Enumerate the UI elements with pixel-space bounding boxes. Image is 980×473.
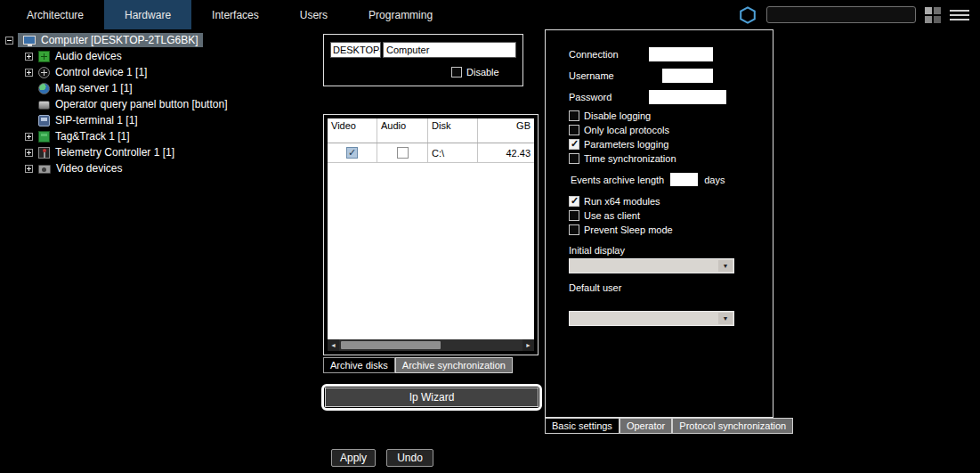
sip-terminal-icon <box>38 115 50 126</box>
time-synchronization-checkbox[interactable] <box>569 153 579 164</box>
computer-id-field[interactable]: DESKTOP-2TLG6BK <box>330 42 381 58</box>
gb-cell: 42.43 <box>478 143 534 162</box>
tree-item-label: Computer [DESKTOP-2TLG6BK] <box>39 33 200 47</box>
password-input[interactable] <box>649 90 726 104</box>
only-local-protocols-checkbox[interactable] <box>569 125 579 135</box>
tree-item-telemetry-controller[interactable]: Telemetry Controller 1 [1] <box>0 144 320 160</box>
scrollbar-thumb[interactable] <box>341 341 441 349</box>
use-as-client-row[interactable]: Use as client <box>569 210 673 221</box>
layout-grid-icon[interactable] <box>925 7 941 23</box>
expand-plus-icon[interactable] <box>25 133 33 141</box>
tab-programming[interactable]: Programming <box>348 0 453 29</box>
audio-cell <box>377 143 428 162</box>
tree-item-control-device[interactable]: Control device 1 [1] <box>0 64 320 80</box>
run-x64-modules-checkbox[interactable] <box>569 196 579 207</box>
parameters-logging-checkbox[interactable] <box>569 139 579 150</box>
use-as-client-checkbox[interactable] <box>569 210 579 221</box>
tab-archive-synchronization[interactable]: Archive synchronization <box>395 357 513 373</box>
events-archive-row: Events archive length days <box>571 173 725 186</box>
chevron-down-icon[interactable]: ▼ <box>718 313 733 324</box>
events-archive-length-label: Events archive length <box>571 175 664 185</box>
disable-logging-row[interactable]: Disable logging <box>569 110 676 121</box>
prevent-sleep-mode-checkbox[interactable] <box>569 224 579 235</box>
prevent-sleep-mode-row[interactable]: Prevent Sleep mode <box>569 224 673 235</box>
tab-operator[interactable]: Operator <box>620 418 672 434</box>
connection-input[interactable] <box>649 47 713 61</box>
archive-disks-panel: Video Audio Disk GB C:\ 42.43 ◄ ► <box>323 114 539 355</box>
checkbox-label: Parameters logging <box>584 139 668 150</box>
tab-interfaces[interactable]: Interfaces <box>191 0 279 29</box>
tab-basic-settings[interactable]: Basic settings <box>545 418 620 434</box>
expand-plus-icon[interactable] <box>25 69 33 77</box>
tree-item-label: Video devices <box>54 161 125 175</box>
control-device-icon <box>38 67 50 78</box>
disk-cell: C:\ <box>428 143 478 162</box>
archive-tab-bar: Archive disks Archive synchronization <box>323 357 513 373</box>
only-local-protocols-row[interactable]: Only local protocols <box>569 125 676 135</box>
tab-archive-disks[interactable]: Archive disks <box>323 357 395 373</box>
hamburger-menu-icon[interactable] <box>950 10 969 20</box>
column-header-gb[interactable]: GB <box>478 118 534 143</box>
initial-display-label: Initial display <box>569 245 625 256</box>
operator-query-panel-icon <box>38 101 50 110</box>
search-input[interactable] <box>766 6 916 23</box>
horizontal-scrollbar[interactable]: ◄ ► <box>328 339 534 351</box>
scroll-left-arrow-icon[interactable]: ◄ <box>328 339 339 351</box>
tree-item-map-server[interactable]: Map server 1 [1] <box>0 80 320 96</box>
tab-protocol-synchronization[interactable]: Protocol synchronization <box>672 418 793 434</box>
video-checkbox[interactable] <box>346 147 358 159</box>
tree-item-operator-query-panel[interactable]: Operator query panel button [button] <box>0 96 320 112</box>
scroll-right-arrow-icon[interactable]: ► <box>522 339 534 351</box>
application-window: Architecture Hardware Interfaces Users P… <box>0 0 980 473</box>
disable-checkbox[interactable] <box>451 67 462 77</box>
disable-checkbox-row[interactable]: Disable <box>451 67 499 77</box>
tree-item-sip-terminal[interactable]: SIP-terminal 1 [1] <box>0 112 320 128</box>
time-synchronization-row[interactable]: Time synchronization <box>569 153 676 164</box>
checkbox-label: Use as client <box>584 210 640 221</box>
undo-button[interactable]: Undo <box>386 449 433 467</box>
tree-item-label: SIP-terminal 1 [1] <box>53 113 140 127</box>
object-tree: Computer [DESKTOP-2TLG6BK] Audio devices… <box>0 32 320 473</box>
initial-display-dropdown[interactable]: ▼ <box>569 258 734 273</box>
tree-item-computer[interactable]: Computer [DESKTOP-2TLG6BK] <box>0 32 320 48</box>
apply-button[interactable]: Apply <box>331 449 376 467</box>
table-row[interactable]: C:\ 42.43 <box>328 143 534 163</box>
disable-logging-checkbox[interactable] <box>569 110 579 121</box>
disk-table: Video Audio Disk GB C:\ 42.43 <box>328 118 534 340</box>
computer-identity-panel: DESKTOP-2TLG6BK Disable <box>323 34 523 86</box>
scrollbar-track[interactable] <box>339 339 522 351</box>
disk-table-header: Video Audio Disk GB <box>328 118 534 143</box>
tree-item-audio-devices[interactable]: Audio devices <box>0 48 320 64</box>
run-x64-modules-row[interactable]: Run x64 modules <box>569 196 673 207</box>
chevron-down-icon[interactable]: ▼ <box>718 260 733 272</box>
default-user-dropdown[interactable]: ▼ <box>569 311 734 326</box>
username-input[interactable] <box>662 69 713 83</box>
events-archive-length-input[interactable] <box>670 173 698 186</box>
parameters-logging-row[interactable]: Parameters logging <box>569 139 676 150</box>
tree-item-video-devices[interactable]: Video devices <box>0 160 320 176</box>
telemetry-controller-icon <box>38 147 50 159</box>
expand-plus-icon[interactable] <box>25 165 33 173</box>
expand-plus-icon[interactable] <box>25 149 33 157</box>
column-header-video[interactable]: Video <box>328 118 377 143</box>
tab-users[interactable]: Users <box>279 0 348 29</box>
disable-label: Disable <box>466 67 499 77</box>
tab-hardware[interactable]: Hardware <box>104 0 191 29</box>
settings-tab-bar: Basic settings Operator Protocol synchro… <box>545 418 793 434</box>
tree-item-label: Map server 1 [1] <box>53 81 134 95</box>
video-devices-icon <box>38 165 51 174</box>
ip-wizard-button[interactable]: Ip Wizard <box>325 387 539 407</box>
audio-checkbox[interactable] <box>397 147 409 159</box>
tree-selection-highlight: Computer [DESKTOP-2TLG6BK] <box>18 33 203 47</box>
column-header-audio[interactable]: Audio <box>377 118 428 143</box>
tab-architecture[interactable]: Architecture <box>6 0 104 29</box>
expand-plus-icon[interactable] <box>25 53 33 61</box>
column-header-disk[interactable]: Disk <box>428 118 478 143</box>
computer-name-input[interactable] <box>383 42 516 58</box>
computer-icon <box>23 36 36 45</box>
tree-item-tag-track[interactable]: Tag&Track 1 [1] <box>0 128 320 144</box>
checkbox-label: Run x64 modules <box>584 196 660 207</box>
password-label: Password <box>569 92 611 102</box>
collapse-expander-icon[interactable] <box>5 37 13 45</box>
tree-item-label: Telemetry Controller 1 [1] <box>53 145 176 159</box>
